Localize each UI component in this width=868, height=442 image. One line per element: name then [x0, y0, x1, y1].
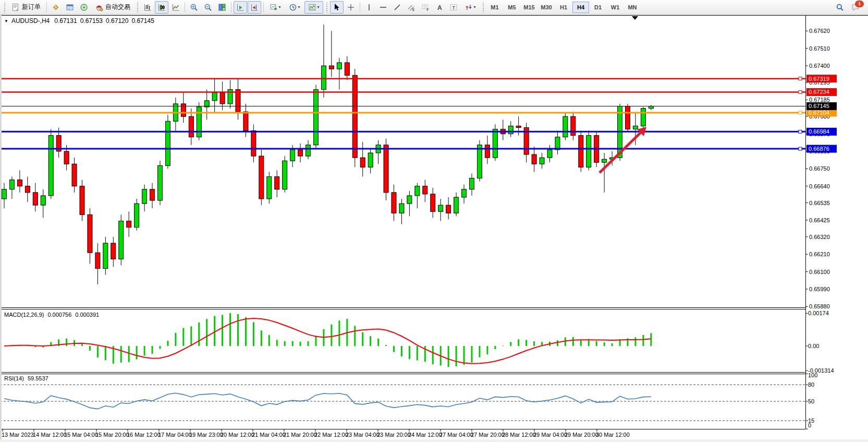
trendline-icon	[393, 3, 401, 11]
toolbar-separator	[185, 2, 185, 13]
zoom-in-icon	[190, 3, 198, 11]
svg-text:29 Mar 04:00: 29 Mar 04:00	[533, 432, 567, 438]
periods-button[interactable]: ▾	[285, 1, 304, 14]
auto-trading-button[interactable]: 自动交易	[91, 1, 134, 14]
toolbar-separator	[360, 2, 360, 13]
svg-text:0.65880: 0.65880	[809, 303, 830, 309]
data-window-button[interactable]	[63, 1, 77, 14]
svg-text:80: 80	[808, 381, 814, 388]
new-order-button[interactable]: 新订单	[8, 1, 44, 14]
cursor-icon	[333, 3, 341, 11]
svg-text:F: F	[427, 8, 429, 11]
svg-text:0.66425: 0.66425	[809, 217, 830, 223]
chart-shift-button[interactable]	[248, 1, 261, 14]
chart-bars-icon	[143, 3, 152, 11]
svg-text:E: E	[412, 7, 415, 11]
macd-pane-label: MACD(12,26,9) 0.000756 0.000391	[4, 312, 99, 318]
svg-text:19 Mar 23:00: 19 Mar 23:00	[189, 432, 223, 438]
tf-d1-button[interactable]: D1	[590, 2, 606, 13]
svg-text:15 Mar 20:00: 15 Mar 20:00	[95, 432, 129, 438]
svg-text:0.66640: 0.66640	[809, 183, 830, 189]
candles	[2, 25, 654, 284]
search-icon	[836, 3, 844, 11]
tf-m5-button[interactable]: M5	[504, 2, 520, 13]
chart-candles-icon	[157, 3, 166, 11]
toolbar-grip	[325, 2, 328, 13]
zoom-out-button[interactable]	[201, 1, 215, 14]
collapse-triangle-icon[interactable]: ▼	[4, 19, 8, 23]
text-label-button[interactable]: T	[447, 1, 460, 14]
shift-marker-icon	[632, 16, 638, 20]
horizontal-line-button[interactable]	[376, 1, 390, 14]
tf-w1-button[interactable]: W1	[607, 2, 624, 13]
svg-text:0.67400: 0.67400	[809, 63, 830, 69]
mt4-application: 新订单 自动交易	[0, 0, 868, 442]
dropdown-caret: ▾	[473, 5, 475, 9]
clock-icon	[289, 3, 297, 11]
svg-text:22 Mar 12:00: 22 Mar 12:00	[314, 432, 348, 438]
new-order-icon	[11, 3, 20, 11]
svg-text:0.66210: 0.66210	[809, 251, 830, 257]
chart-symbol-label: AUDUSD-,H4	[11, 17, 50, 25]
chart-line-icon	[172, 3, 180, 11]
svg-text:24 Mar 12:00: 24 Mar 12:00	[408, 432, 442, 438]
text-icon: A	[435, 3, 444, 11]
svg-text:15 Mar 04:00: 15 Mar 04:00	[64, 432, 98, 438]
signals-button[interactable]	[77, 1, 91, 14]
svg-text:0.65990: 0.65990	[809, 286, 830, 292]
vertical-line-button[interactable]	[362, 1, 376, 14]
svg-text:16 Mar 12:00: 16 Mar 12:00	[127, 432, 161, 438]
new-chart-button[interactable]: ▾	[266, 1, 285, 14]
search-button[interactable]	[833, 1, 847, 14]
arrows-button[interactable]: ▾	[461, 1, 480, 14]
svg-text:21 Mar 04:00: 21 Mar 04:00	[252, 432, 286, 438]
cursor-button[interactable]	[330, 1, 344, 14]
dropdown-caret: ▾	[317, 5, 319, 9]
trendline-button[interactable]	[390, 1, 404, 14]
rsi-name: RSI(14)	[4, 375, 24, 381]
new-chart-icon	[270, 3, 278, 11]
tf-m15-button[interactable]: M15	[521, 2, 537, 13]
svg-text:14 Mar 12:00: 14 Mar 12:00	[33, 432, 67, 438]
chart-window: 0.676200.675100.674000.672950.671850.670…	[0, 15, 868, 442]
auto-scroll-button[interactable]	[234, 1, 247, 14]
crosshair-button[interactable]	[344, 1, 358, 14]
main-toolbar: 新订单 自动交易	[0, 0, 868, 15]
tf-m1-button[interactable]: M1	[486, 2, 503, 13]
svg-text:0.66320: 0.66320	[809, 234, 830, 240]
macd-name: MACD(12,26,9)	[4, 312, 44, 318]
chart-line-button[interactable]	[169, 1, 182, 14]
macd-signal-line	[4, 318, 651, 364]
zoom-in-button[interactable]	[187, 1, 201, 14]
tile-windows-button[interactable]	[215, 1, 229, 14]
tf-h1-button[interactable]: H1	[555, 2, 572, 13]
tf-mn-button[interactable]: MN	[624, 2, 641, 13]
chart-close-value: 0.67145	[131, 17, 154, 25]
svg-text:23 Mar 20:00: 23 Mar 20:00	[377, 432, 411, 438]
indicators-icon	[308, 3, 316, 11]
svg-text:27 Mar 04:00: 27 Mar 04:00	[439, 432, 473, 438]
text-button[interactable]: A	[433, 1, 446, 14]
svg-text:0.00: 0.00	[808, 343, 819, 349]
indicators-button[interactable]: ▾	[304, 1, 323, 14]
market-watch-button[interactable]	[49, 1, 63, 14]
svg-text:21 Mar 20:00: 21 Mar 20:00	[283, 432, 317, 438]
auto-trading-icon	[95, 3, 103, 11]
chart-bars-button[interactable]	[141, 1, 154, 14]
svg-text:29 Mar 20:00: 29 Mar 20:00	[565, 432, 598, 438]
notifications-button[interactable]: 1	[849, 1, 862, 14]
svg-text:0.66984: 0.66984	[809, 128, 829, 135]
text-label-icon: T	[449, 3, 458, 11]
svg-text:0.67234: 0.67234	[809, 89, 829, 95]
svg-text:20 Mar 12:00: 20 Mar 12:00	[221, 432, 254, 438]
new-order-label: 新订单	[22, 3, 41, 11]
tf-m30-button[interactable]: M30	[538, 2, 555, 13]
channel-button[interactable]: E	[405, 1, 418, 14]
chart-canvas[interactable]: 0.676200.675100.674000.672950.671850.670…	[0, 15, 868, 442]
rsi-line	[4, 393, 651, 409]
dropdown-caret: ▾	[298, 5, 300, 9]
auto-trading-label: 自动交易	[105, 3, 130, 11]
chart-candles-button[interactable]	[155, 1, 168, 14]
fibonacci-button[interactable]: F	[419, 1, 432, 14]
tf-h4-button[interactable]: H4	[572, 2, 589, 13]
